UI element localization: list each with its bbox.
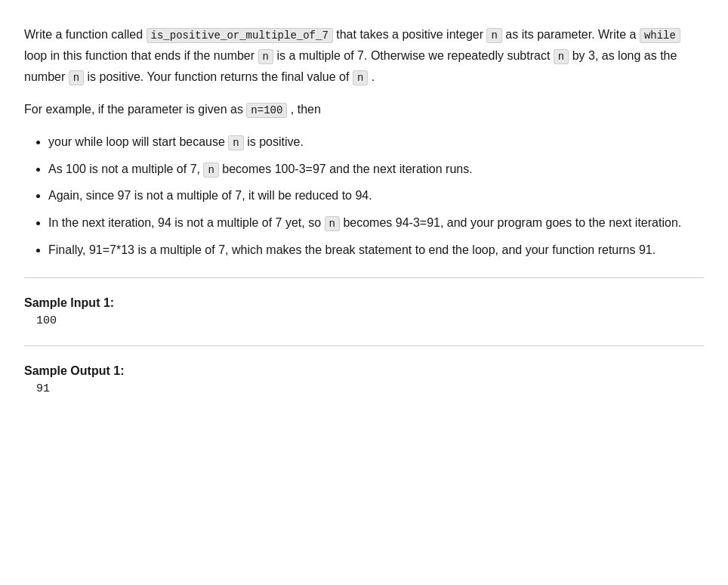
sample-input-section: Sample Input 1: 100 [24,296,704,327]
sample-output-value: 91 [36,382,704,395]
p2-code-n100: n=100 [246,103,287,118]
li1-text: your while loop will start because [48,135,228,148]
li5-text: Finally, 91=7*13 is a multiple of 7, whi… [48,243,656,256]
p1-code-n4: n [69,70,84,85]
sample-input-label: Sample Input 1: [24,296,704,310]
p1-text-1: Write a function called [24,28,147,41]
paragraph-2: For example, if the parameter is given a… [24,99,704,120]
p1-code-while: while [640,28,680,43]
p1-text-4: loop in this function that ends if the n… [24,49,258,62]
p1-code-1: is_positive_or_multiple_of_7 [147,28,333,43]
li1-code: n [228,135,243,150]
list-item-2: As 100 is not a multiple of 7, n becomes… [48,159,704,179]
li3-text: Again, since 97 is not a multiple of 7, … [48,189,372,202]
sample-output-section: Sample Output 1: 91 [24,364,704,395]
li4-code: n [325,216,340,231]
p1-code-n5: n [353,70,368,85]
paragraph-1: Write a function called is_positive_or_m… [24,24,704,87]
p1-text-3: as its parameter. Write a [502,28,640,41]
li1-end: is positive. [244,135,304,148]
p1-code-n1: n [486,28,501,43]
list-item-4: In the next iteration, 94 is not a multi… [48,213,704,233]
p1-text-8: . [368,70,375,83]
divider-1 [24,277,704,278]
li2-end: becomes 100-3=97 and the next iteration … [219,162,473,175]
li2-text: As 100 is not a multiple of 7, [48,162,203,175]
li4-end: becomes 94-3=91, and your program goes t… [340,216,681,229]
p1-code-n3: n [554,49,569,64]
example-list: your while loop will start because n is … [48,132,704,259]
list-item-5: Finally, 91=7*13 is a multiple of 7, whi… [48,240,704,260]
sample-output-label: Sample Output 1: [24,364,704,378]
p1-text-5: is a multiple of 7. Otherwise we repeate… [273,49,554,62]
li4-text: In the next iteration, 94 is not a multi… [48,216,325,229]
p1-code-n2: n [258,49,273,64]
p2-text-1: For example, if the parameter is given a… [24,103,246,116]
divider-2 [24,345,704,346]
list-item-3: Again, since 97 is not a multiple of 7, … [48,186,704,206]
description-block: Write a function called is_positive_or_m… [24,24,704,259]
p1-text-2: that takes a positive integer [333,28,487,41]
li2-code: n [203,162,218,178]
sample-input-value: 100 [36,314,704,327]
list-item-1: your while loop will start because n is … [48,132,704,152]
p2-text-2: , then [287,103,320,116]
p1-text-7: is positive. Your function returns the f… [84,70,353,83]
